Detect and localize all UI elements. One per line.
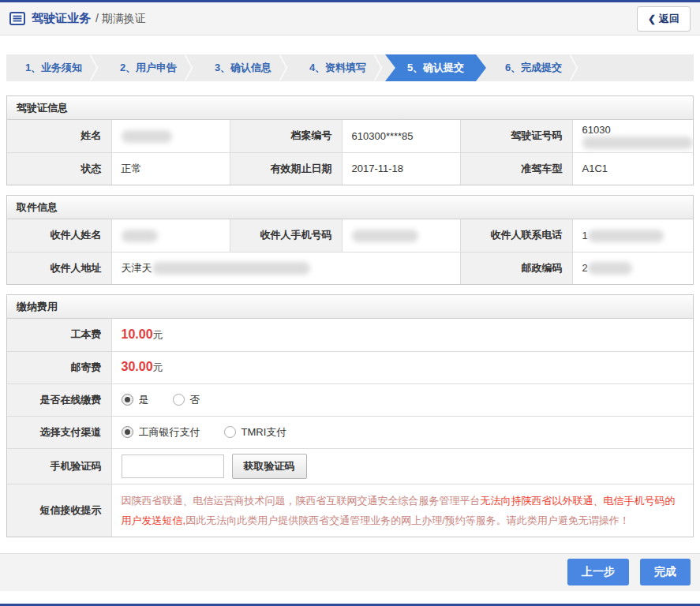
step-separator <box>372 54 382 81</box>
step-separator <box>88 54 98 81</box>
production-fee-amount: 10.00 <box>122 327 153 341</box>
mailing-fee-label: 邮寄费 <box>7 351 111 383</box>
table-row: 选择支付渠道 工商银行支付 TMRI支付 <box>7 416 693 448</box>
file-no-label: 档案编号 <box>230 120 342 152</box>
online-pay-options: 是 否 <box>111 383 693 416</box>
postcode-label: 邮政编码 <box>460 252 572 284</box>
channel-tmri-label: TMRI支付 <box>241 425 287 440</box>
redacted-value <box>588 230 664 242</box>
sms-code-field: 获取验证码 <box>111 448 693 484</box>
get-code-button[interactable]: 获取验证码 <box>232 454 307 479</box>
table-row: 状态 正常 有效期止日期 2017-11-18 准驾车型 A1C1 <box>7 152 693 185</box>
status-label: 状态 <box>7 152 111 185</box>
file-no-value: 610300****85 <box>342 120 460 152</box>
online-pay-yes-label: 是 <box>139 393 149 407</box>
table-row: 姓名 档案编号 610300****85 驾驶证号码 61030 <box>7 120 693 152</box>
recipient-name-label: 收件人姓名 <box>7 219 111 252</box>
breadcrumb: / 期满换证 <box>95 12 146 26</box>
sms-code-input[interactable] <box>122 454 224 478</box>
sms-notice-part3: 因此无法向此类用户提供陕西省交通管理业务的网上办理/预约等服务。请此类用户避免无… <box>185 514 630 526</box>
channel-icbc-option[interactable]: 工商银行支付 <box>122 425 200 440</box>
step-1-business-notice[interactable]: 1、业务须知 <box>6 54 101 81</box>
mailing-fee-value: 30.00元 <box>111 351 693 383</box>
recipient-mobile-value <box>342 219 460 252</box>
radio-unchecked-icon <box>224 426 236 438</box>
table-row: 收件人姓名 收件人手机号码 收件人联系电话 1 <box>7 219 693 252</box>
mailing-fee-unit: 元 <box>153 361 163 373</box>
license-no-value: 61030 <box>572 120 693 152</box>
postcode-value: 2 <box>572 252 693 284</box>
finish-button[interactable]: 完成 <box>640 559 691 585</box>
vehicle-class-label: 准驾车型 <box>460 152 572 185</box>
license-info-table: 姓名 档案编号 610300****85 驾驶证号码 61030 状态 正常 有… <box>7 120 693 185</box>
mailing-fee-amount: 30.00 <box>122 360 153 373</box>
step-bar-filler <box>581 54 694 81</box>
channel-tmri-option[interactable]: TMRI支付 <box>224 425 287 440</box>
name-value <box>111 120 230 152</box>
status-value: 正常 <box>111 152 230 185</box>
online-pay-label: 是否在线缴费 <box>7 383 111 416</box>
online-pay-no-label: 否 <box>190 393 200 407</box>
payment-channel-options: 工商银行支付 TMRI支付 <box>111 416 693 448</box>
previous-step-button[interactable]: 上一步 <box>567 559 629 585</box>
radio-checked-icon <box>122 426 133 438</box>
back-chevron-icon: ❮ <box>648 13 656 24</box>
redacted-value <box>122 130 172 143</box>
step-2-user-declaration[interactable]: 2、用户申告 <box>101 54 196 81</box>
step-separator <box>568 54 578 81</box>
back-button[interactable]: ❮ 返回 <box>637 6 691 32</box>
online-pay-yes-option[interactable]: 是 <box>122 393 149 407</box>
step-separator <box>183 54 193 81</box>
step-separator <box>278 54 287 81</box>
sms-notice-label: 短信接收提示 <box>7 484 111 537</box>
contact-phone-label: 收件人联系电话 <box>460 219 572 252</box>
sms-code-label: 手机验证码 <box>7 448 111 484</box>
production-fee-label: 工本费 <box>7 319 111 351</box>
online-pay-no-option[interactable]: 否 <box>173 393 200 407</box>
back-button-label: 返回 <box>659 12 679 26</box>
table-row: 是否在线缴费 是 否 <box>7 383 693 416</box>
step-4-fill-materials[interactable]: 4、资料填写 <box>290 54 385 81</box>
radio-unchecked-icon <box>173 394 185 406</box>
channel-icbc-label: 工商银行支付 <box>139 425 200 440</box>
recipient-mobile-label: 收件人手机号码 <box>230 219 342 252</box>
name-label: 姓名 <box>7 120 111 152</box>
redacted-value <box>588 262 632 275</box>
section-title-fees: 缴纳费用 <box>7 295 693 319</box>
table-row: 短信接收提示 因陕西省联通、电信运营商技术问题，陕西省互联网交通安全综合服务管理… <box>7 484 693 537</box>
production-fee-value: 10.00元 <box>111 319 693 351</box>
recipient-name-value <box>111 219 230 252</box>
expiry-label: 有效期止日期 <box>230 152 342 185</box>
license-no-label: 驾驶证号码 <box>460 120 572 152</box>
address-label: 收件人地址 <box>7 252 111 284</box>
section-pickup-info: 取件信息 收件人姓名 收件人手机号码 收件人联系电话 1 收件人地址 天津天 邮… <box>6 195 694 285</box>
sms-notice-part1: 因陕西省联通、电信运营商技术问题，陕西省互联网交通安全综合服务管理平台 <box>122 495 481 507</box>
redacted-value <box>352 230 418 242</box>
expiry-value: 2017-11-18 <box>342 152 460 185</box>
address-value: 天津天 <box>111 252 460 284</box>
step-wizard: 1、业务须知 2、用户申告 3、确认信息 4、资料填写 5、确认提交 6、完成提… <box>6 54 694 81</box>
section-license-info: 驾驶证信息 姓名 档案编号 610300****85 驾驶证号码 61030 状… <box>6 95 694 185</box>
contact-phone-value: 1 <box>572 219 693 252</box>
step-5-confirm-submit-active[interactable]: 5、确认提交 <box>385 54 486 81</box>
redacted-value <box>582 137 693 149</box>
table-row: 手机验证码 获取验证码 <box>7 448 693 484</box>
pickup-info-table: 收件人姓名 收件人手机号码 收件人联系电话 1 收件人地址 天津天 邮政编码 2 <box>7 219 693 284</box>
sms-notice-text: 因陕西省联通、电信运营商技术问题，陕西省互联网交通安全综合服务管理平台无法向持陕… <box>111 484 693 537</box>
step-3-confirm-info[interactable]: 3、确认信息 <box>196 54 290 81</box>
redacted-value <box>152 262 310 275</box>
step-6-complete-submit[interactable]: 6、完成提交 <box>486 54 581 81</box>
radio-checked-icon <box>122 394 133 406</box>
vehicle-class-value: A1C1 <box>572 152 693 185</box>
footer-action-bar: 上一步 完成 <box>0 553 700 591</box>
fees-table: 工本费 10.00元 邮寄费 30.00元 是否在线缴费 是 <box>7 319 693 537</box>
section-title-license: 驾驶证信息 <box>7 96 693 120</box>
table-row: 邮寄费 30.00元 <box>7 351 693 383</box>
table-row: 收件人地址 天津天 邮政编码 2 <box>7 252 693 284</box>
payment-channel-label: 选择支付渠道 <box>7 416 111 448</box>
production-fee-unit: 元 <box>153 329 163 341</box>
app-header: 驾驶证业务 / 期满换证 ❮ 返回 <box>0 2 700 36</box>
section-title-pickup: 取件信息 <box>7 196 693 219</box>
section-fees: 缴纳费用 工本费 10.00元 邮寄费 30.00元 是否在线缴费 是 <box>6 294 694 537</box>
table-row: 工本费 10.00元 <box>7 319 693 351</box>
